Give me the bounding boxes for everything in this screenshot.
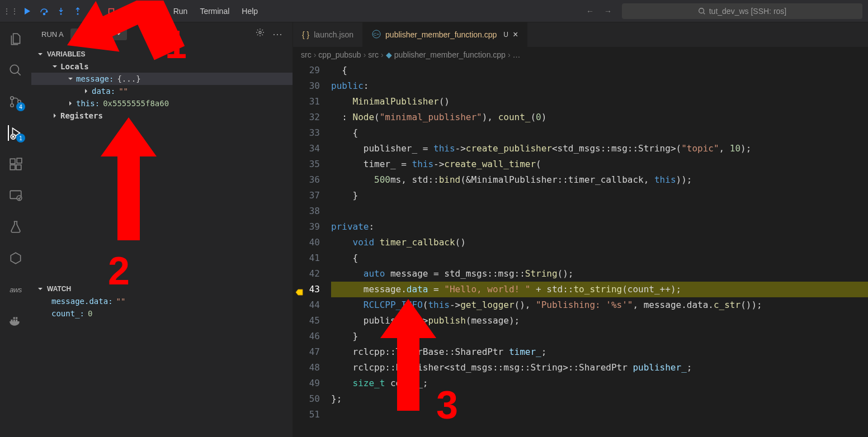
step-into-icon[interactable] bbox=[56, 6, 66, 16]
chevron-down-icon bbox=[51, 63, 58, 70]
cpp-icon: ◆ bbox=[386, 50, 392, 59]
svg-point-5 bbox=[10, 65, 18, 73]
command-center-text: tut_dev_ws [SSH: ros] bbox=[709, 7, 787, 16]
svg-point-6 bbox=[11, 97, 13, 99]
search-activity-icon[interactable] bbox=[8, 63, 23, 78]
svg-rect-13 bbox=[17, 158, 22, 163]
svg-rect-20 bbox=[16, 317, 17, 319]
svg-point-2 bbox=[77, 13, 79, 15]
hexagon-icon[interactable] bbox=[8, 250, 23, 266]
close-icon[interactable]: × bbox=[513, 30, 518, 40]
chevron-down-icon bbox=[37, 51, 44, 58]
cpp-icon: C+ bbox=[372, 30, 381, 40]
svg-text:C+: C+ bbox=[374, 32, 380, 37]
search-icon bbox=[698, 7, 706, 15]
tab-publisher-cpp[interactable]: C+ publisher_member_function.cpp U × bbox=[363, 22, 527, 47]
scm-badge: 4 bbox=[16, 102, 25, 111]
menu-terminal[interactable]: Terminal bbox=[200, 7, 229, 16]
restart-icon[interactable] bbox=[89, 6, 100, 16]
step-out-icon[interactable] bbox=[73, 6, 83, 16]
remote-explorer-icon[interactable] bbox=[8, 188, 23, 203]
chevron-down-icon bbox=[67, 75, 74, 82]
sidebar-title: RUN A bbox=[41, 30, 64, 39]
debug-activity-icon[interactable]: 1 bbox=[8, 125, 23, 141]
nav-arrows: ← → bbox=[586, 7, 612, 16]
docker-icon[interactable] bbox=[8, 313, 23, 329]
watch-message-data[interactable]: message.data: "" bbox=[31, 295, 293, 307]
registers-scope[interactable]: Registers bbox=[31, 110, 293, 122]
svg-rect-19 bbox=[13, 317, 15, 319]
variables-section: VARIABLES Locals message: {...} data: ""… bbox=[31, 46, 293, 124]
debug-sidebar: RUN A (gdb aunch ⋯ VARIABLES Locals bbox=[31, 22, 293, 437]
svg-point-0 bbox=[44, 13, 45, 15]
chevron-right-icon bbox=[51, 112, 58, 119]
more-icon[interactable]: ⋯ bbox=[272, 28, 282, 40]
var-data[interactable]: data: "" bbox=[31, 85, 293, 97]
editor-area: { } launch.json C+ publisher_member_func… bbox=[293, 22, 868, 437]
watch-count[interactable]: count_: 0 bbox=[31, 307, 293, 320]
command-center[interactable]: tut_dev_ws [SSH: ros] bbox=[622, 3, 862, 19]
step-over-icon[interactable] bbox=[39, 6, 49, 16]
var-message[interactable]: message: {...} bbox=[31, 73, 293, 85]
debug-toolbar: ⋮⋮ bbox=[6, 6, 116, 16]
chevron-down-icon bbox=[37, 286, 44, 292]
watch-section: WATCH message.data: "" count_: 0 bbox=[31, 281, 293, 322]
chevron-right-icon bbox=[67, 100, 74, 107]
line-gutter: 29 30 31 32 33 34 35 36 37 38 39 40 41 4… bbox=[293, 63, 331, 437]
code-content[interactable]: { public: MinimalPublisher() : Node("min… bbox=[331, 63, 868, 437]
sidebar-header: RUN A (gdb aunch ⋯ bbox=[31, 22, 293, 46]
nav-back-icon[interactable]: ← bbox=[586, 7, 594, 16]
breakpoint-current-icon[interactable] bbox=[295, 286, 303, 293]
svg-rect-17 bbox=[13, 320, 15, 321]
gear-icon[interactable] bbox=[256, 28, 265, 40]
menu-run[interactable]: Run bbox=[173, 7, 188, 16]
tab-launch-json[interactable]: { } launch.json bbox=[293, 22, 363, 47]
aws-icon[interactable]: aws bbox=[8, 282, 23, 297]
explorer-icon[interactable] bbox=[8, 31, 23, 47]
json-icon: { } bbox=[302, 30, 309, 39]
debug-badge: 1 bbox=[16, 134, 25, 142]
title-bar: ⋮⋮ iew Go Run Terminal Help ← → tut_dev_… bbox=[0, 0, 868, 22]
drag-handle-icon[interactable]: ⋮⋮ bbox=[6, 6, 16, 16]
nav-forward-icon[interactable]: → bbox=[604, 7, 612, 16]
var-this[interactable]: this: 0x5555555f8a60 bbox=[31, 97, 293, 110]
code-editor[interactable]: 29 30 31 32 33 34 35 36 37 38 39 40 41 4… bbox=[293, 63, 868, 437]
svg-rect-18 bbox=[16, 320, 17, 321]
svg-rect-10 bbox=[10, 159, 15, 164]
breadcrumb[interactable]: src› cpp_pubsub› src› ◆ publisher_member… bbox=[293, 47, 868, 63]
watch-header[interactable]: WATCH bbox=[31, 283, 293, 295]
menu-help[interactable]: Help bbox=[242, 7, 258, 16]
scm-icon[interactable]: 4 bbox=[8, 94, 23, 110]
editor-tabs: { } launch.json C+ publisher_member_func… bbox=[293, 22, 868, 47]
svg-rect-12 bbox=[16, 165, 21, 170]
svg-point-1 bbox=[60, 13, 62, 15]
chevron-right-icon bbox=[83, 88, 89, 94]
svg-point-4 bbox=[699, 8, 704, 13]
menu-go[interactable]: Go bbox=[150, 7, 161, 16]
extensions-icon[interactable] bbox=[8, 156, 23, 172]
activity-bar: 4 1 aws bbox=[0, 22, 31, 437]
continue-icon[interactable] bbox=[22, 6, 32, 16]
locals-scope[interactable]: Locals bbox=[31, 60, 293, 73]
chevron-down-icon bbox=[116, 31, 121, 37]
menu-view[interactable]: iew bbox=[126, 7, 138, 16]
variables-header[interactable]: VARIABLES bbox=[31, 48, 293, 60]
launch-config-select[interactable]: (gdb aunch bbox=[70, 28, 127, 40]
stop-icon[interactable] bbox=[106, 6, 116, 16]
tab-modified-indicator: U bbox=[503, 31, 508, 39]
svg-rect-11 bbox=[10, 165, 15, 170]
menu-bar: iew Go Run Terminal Help bbox=[126, 7, 258, 16]
testing-icon[interactable] bbox=[8, 219, 23, 235]
svg-point-21 bbox=[259, 31, 261, 34]
svg-rect-16 bbox=[11, 320, 12, 321]
svg-rect-3 bbox=[109, 8, 114, 13]
svg-point-7 bbox=[11, 104, 13, 107]
